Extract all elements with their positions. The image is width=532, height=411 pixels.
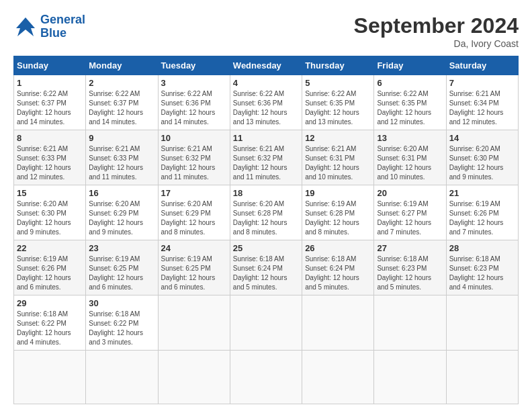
- calendar-cell: 28Sunrise: 6:18 AMSunset: 6:23 PMDayligh…: [446, 240, 518, 295]
- title-block: September 2024 Da, Ivory Coast: [354, 13, 519, 49]
- day-info: Sunrise: 6:19 AMSunset: 6:26 PMDaylight:…: [17, 255, 83, 292]
- day-number: 16: [89, 188, 154, 198]
- calendar-cell: 2Sunrise: 6:22 AMSunset: 6:37 PMDaylight…: [86, 75, 158, 130]
- day-info: Sunrise: 6:18 AMSunset: 6:23 PMDaylight:…: [449, 255, 515, 292]
- calendar-cell: 19Sunrise: 6:19 AMSunset: 6:28 PMDayligh…: [302, 185, 374, 240]
- calendar-row: 15Sunrise: 6:20 AMSunset: 6:30 PMDayligh…: [14, 185, 519, 240]
- col-tuesday: Tuesday: [158, 56, 230, 75]
- calendar-cell: 15Sunrise: 6:20 AMSunset: 6:30 PMDayligh…: [14, 185, 86, 240]
- calendar-cell: [374, 295, 446, 351]
- day-number: 26: [305, 243, 371, 253]
- calendar-row: 8Sunrise: 6:21 AMSunset: 6:33 PMDaylight…: [14, 130, 519, 185]
- calendar-cell: [446, 351, 518, 404]
- day-info: Sunrise: 6:21 AMSunset: 6:31 PMDaylight:…: [305, 144, 371, 182]
- day-number: 22: [17, 243, 83, 253]
- calendar-cell: 1Sunrise: 6:22 AMSunset: 6:37 PMDaylight…: [14, 75, 86, 130]
- col-friday: Friday: [374, 56, 446, 75]
- day-number: 29: [17, 298, 83, 308]
- logo: General Blue: [13, 13, 85, 40]
- day-number: 3: [161, 78, 227, 88]
- col-wednesday: Wednesday: [230, 56, 302, 75]
- calendar-cell: [86, 351, 158, 404]
- calendar-cell: [230, 351, 302, 404]
- day-number: 19: [305, 188, 371, 198]
- calendar-cell: 14Sunrise: 6:20 AMSunset: 6:30 PMDayligh…: [446, 130, 518, 185]
- day-number: 17: [161, 188, 227, 198]
- day-number: 28: [449, 243, 515, 253]
- day-info: Sunrise: 6:18 AMSunset: 6:23 PMDaylight:…: [377, 255, 443, 292]
- calendar-cell: 26Sunrise: 6:18 AMSunset: 6:24 PMDayligh…: [302, 240, 374, 295]
- day-info: Sunrise: 6:19 AMSunset: 6:28 PMDaylight:…: [305, 199, 371, 237]
- calendar-cell: [158, 295, 230, 351]
- calendar-cell: 8Sunrise: 6:21 AMSunset: 6:33 PMDaylight…: [14, 130, 86, 185]
- calendar-cell: 24Sunrise: 6:19 AMSunset: 6:25 PMDayligh…: [158, 240, 230, 295]
- month-title: September 2024: [354, 13, 519, 38]
- day-number: 10: [161, 133, 227, 143]
- calendar-cell: 17Sunrise: 6:20 AMSunset: 6:29 PMDayligh…: [158, 185, 230, 240]
- calendar-cell: 27Sunrise: 6:18 AMSunset: 6:23 PMDayligh…: [374, 240, 446, 295]
- day-info: Sunrise: 6:22 AMSunset: 6:36 PMDaylight:…: [161, 89, 227, 127]
- day-info: Sunrise: 6:20 AMSunset: 6:30 PMDaylight:…: [17, 199, 83, 237]
- location: Da, Ivory Coast: [354, 38, 519, 49]
- day-info: Sunrise: 6:19 AMSunset: 6:25 PMDaylight:…: [89, 255, 154, 292]
- day-info: Sunrise: 6:18 AMSunset: 6:24 PMDaylight:…: [305, 255, 371, 292]
- calendar-cell: [302, 295, 374, 351]
- day-info: Sunrise: 6:21 AMSunset: 6:33 PMDaylight:…: [89, 144, 154, 182]
- day-number: 27: [377, 243, 443, 253]
- calendar-cell: 5Sunrise: 6:22 AMSunset: 6:35 PMDaylight…: [302, 75, 374, 130]
- day-number: 23: [89, 243, 154, 253]
- day-number: 2: [89, 78, 154, 88]
- day-number: 14: [449, 133, 515, 143]
- calendar-row: 29Sunrise: 6:18 AMSunset: 6:22 PMDayligh…: [14, 295, 519, 351]
- day-number: 8: [17, 133, 83, 143]
- calendar-cell: 25Sunrise: 6:18 AMSunset: 6:24 PMDayligh…: [230, 240, 302, 295]
- day-info: Sunrise: 6:21 AMSunset: 6:32 PMDaylight:…: [161, 144, 227, 182]
- day-info: Sunrise: 6:22 AMSunset: 6:35 PMDaylight:…: [305, 89, 371, 127]
- day-info: Sunrise: 6:22 AMSunset: 6:37 PMDaylight:…: [89, 89, 154, 127]
- col-monday: Monday: [86, 56, 158, 75]
- col-thursday: Thursday: [302, 56, 374, 75]
- day-number: 6: [377, 78, 443, 88]
- calendar-cell: 11Sunrise: 6:21 AMSunset: 6:32 PMDayligh…: [230, 130, 302, 185]
- calendar-cell: 21Sunrise: 6:19 AMSunset: 6:26 PMDayligh…: [446, 185, 518, 240]
- calendar-cell: 22Sunrise: 6:19 AMSunset: 6:26 PMDayligh…: [14, 240, 86, 295]
- day-number: 7: [449, 78, 515, 88]
- calendar-cell: [230, 295, 302, 351]
- day-number: 18: [233, 188, 299, 198]
- day-number: 4: [233, 78, 299, 88]
- day-info: Sunrise: 6:19 AMSunset: 6:26 PMDaylight:…: [449, 199, 515, 237]
- day-info: Sunrise: 6:22 AMSunset: 6:35 PMDaylight:…: [377, 89, 443, 127]
- calendar-cell: 12Sunrise: 6:21 AMSunset: 6:31 PMDayligh…: [302, 130, 374, 185]
- calendar-cell: 30Sunrise: 6:18 AMSunset: 6:22 PMDayligh…: [86, 295, 158, 351]
- day-info: Sunrise: 6:18 AMSunset: 6:22 PMDaylight:…: [89, 310, 154, 347]
- calendar-cell: [302, 351, 374, 404]
- day-info: Sunrise: 6:21 AMSunset: 6:34 PMDaylight:…: [449, 89, 515, 127]
- svg-marker-0: [16, 17, 35, 36]
- calendar-cell: 3Sunrise: 6:22 AMSunset: 6:36 PMDaylight…: [158, 75, 230, 130]
- logo-icon: [13, 15, 38, 39]
- day-info: Sunrise: 6:20 AMSunset: 6:29 PMDaylight:…: [161, 199, 227, 237]
- col-saturday: Saturday: [446, 56, 518, 75]
- day-number: 9: [89, 133, 154, 143]
- day-number: 21: [449, 188, 515, 198]
- calendar-cell: 9Sunrise: 6:21 AMSunset: 6:33 PMDaylight…: [86, 130, 158, 185]
- day-info: Sunrise: 6:22 AMSunset: 6:37 PMDaylight:…: [17, 89, 83, 127]
- calendar-cell: [374, 351, 446, 404]
- day-number: 15: [17, 188, 83, 198]
- day-info: Sunrise: 6:19 AMSunset: 6:27 PMDaylight:…: [377, 199, 443, 237]
- col-sunday: Sunday: [14, 56, 86, 75]
- page-header: General Blue September 2024 Da, Ivory Co…: [13, 13, 519, 49]
- day-number: 25: [233, 243, 299, 253]
- calendar-cell: 4Sunrise: 6:22 AMSunset: 6:36 PMDaylight…: [230, 75, 302, 130]
- day-number: 11: [233, 133, 299, 143]
- calendar-cell: 6Sunrise: 6:22 AMSunset: 6:35 PMDaylight…: [374, 75, 446, 130]
- calendar-cell: 13Sunrise: 6:20 AMSunset: 6:31 PMDayligh…: [374, 130, 446, 185]
- day-number: 20: [377, 188, 443, 198]
- calendar-table: Sunday Monday Tuesday Wednesday Thursday…: [13, 56, 519, 404]
- calendar-cell: 18Sunrise: 6:20 AMSunset: 6:28 PMDayligh…: [230, 185, 302, 240]
- calendar-cell: [158, 351, 230, 404]
- calendar-cell: 16Sunrise: 6:20 AMSunset: 6:29 PMDayligh…: [86, 185, 158, 240]
- day-info: Sunrise: 6:20 AMSunset: 6:28 PMDaylight:…: [233, 199, 299, 237]
- calendar-row: 1Sunrise: 6:22 AMSunset: 6:37 PMDaylight…: [14, 75, 519, 130]
- calendar-cell: 20Sunrise: 6:19 AMSunset: 6:27 PMDayligh…: [374, 185, 446, 240]
